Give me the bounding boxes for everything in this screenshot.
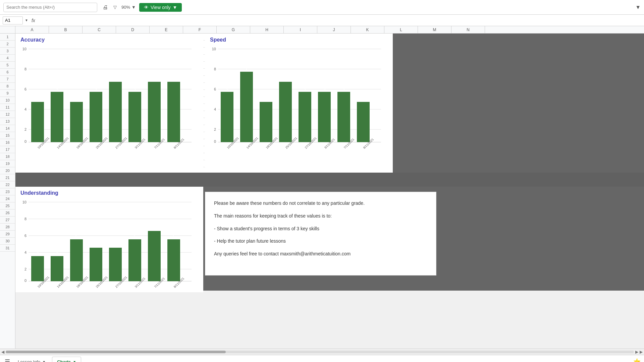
col-header-G[interactable]: G [217,26,250,33]
col-header-H[interactable]: H [250,26,284,33]
row-num-4: 4 [0,55,15,62]
svg-text:4: 4 [214,107,216,111]
tab-lesson-info[interactable]: Lesson Info ▼ [13,357,51,362]
search-input[interactable] [3,3,97,12]
row-num-16: 16 [0,139,15,146]
row-num-20: 20 [0,167,15,174]
formula-input[interactable] [39,16,641,24]
svg-text:4: 4 [75,97,78,101]
row-num-2: 2 [0,41,15,48]
svg-rect-48 [221,92,233,142]
scroll-track[interactable] [6,351,634,353]
understanding-chart: Understanding 10 8 6 4 2 0 [15,187,203,292]
svg-rect-63 [318,92,331,142]
row-num-3: 3 [0,48,15,55]
col-header-F[interactable]: F [183,26,217,33]
svg-text:4: 4 [24,107,26,111]
zoom-dropdown-icon: ▼ [131,5,136,10]
svg-text:3: 3 [56,251,58,255]
svg-rect-54 [260,102,272,142]
col-header-J[interactable]: J [317,26,351,33]
expand-icon[interactable]: ▼ [635,4,641,10]
horizontal-scrollbar[interactable]: ◀ ▶ ▶ [0,349,644,355]
svg-text:5: 5 [95,87,97,91]
svg-text:5: 5 [173,234,175,238]
svg-text:4: 4 [265,97,267,101]
svg-rect-33 [167,82,180,142]
page-right-icon[interactable]: ▶ [640,350,643,354]
column-headers: A B C D E F G H I J K L M N [0,26,644,34]
row-num-22: 22 [0,181,15,188]
zoom-control[interactable]: 90% ▼ [121,5,136,10]
row-num-8: 8 [0,83,15,90]
info-box: Please be aware these numbers do not cor… [205,192,436,276]
svg-text:10: 10 [22,200,26,204]
col-header-A[interactable]: A [15,26,49,33]
svg-rect-99 [128,239,141,281]
info-line3: Any queries feel free to contact maxsmit… [214,250,427,258]
filter-icon: ▽ [113,5,117,10]
svg-text:8: 8 [24,217,26,221]
row-num-10: 10 [0,97,15,104]
svg-text:4: 4 [24,250,26,254]
understanding-chart-area: 10 8 6 4 2 0 [20,199,198,294]
svg-text:6: 6 [284,77,286,81]
row-num-26: 26 [0,209,15,217]
svg-text:2: 2 [24,127,26,131]
svg-text:2: 2 [214,127,216,131]
col-header-L[interactable]: L [384,26,418,33]
svg-rect-15 [51,92,63,142]
row-num-9: 9 [0,90,15,97]
add-sheet-icon[interactable]: ⭐ [633,358,641,362]
tab-charts-label: Charts [57,359,71,362]
tab-lesson-info-dropdown[interactable]: ▼ [42,360,46,362]
view-only-dropdown-icon: ▼ [173,5,177,10]
svg-text:5: 5 [134,87,136,91]
svg-text:6: 6 [24,87,26,91]
svg-rect-69 [357,102,370,142]
fx-icon: fx [30,18,37,23]
cell-reference[interactable]: A1 [3,16,23,24]
accuracy-chart: Accuracy 10 8 6 4 2 0 [15,34,203,173]
col-header-C[interactable]: C [83,26,116,33]
col-header-D[interactable]: D [116,26,150,33]
accuracy-svg: 10 8 6 4 2 0 [20,46,192,153]
tab-charts-dropdown[interactable]: ▼ [73,360,76,362]
col-header-I[interactable]: I [284,26,317,33]
svg-text:5: 5 [304,87,306,91]
cell-ref-dropdown[interactable]: ▼ [25,18,28,22]
scroll-left-icon[interactable]: ◀ [1,350,4,354]
corner-header [0,26,15,33]
cell-ref-value: A1 [5,18,10,23]
formula-bar: A1 ▼ fx [0,15,644,26]
col-header-B[interactable]: B [49,26,83,33]
svg-text:5: 5 [226,87,228,91]
row-num-15: 15 [0,132,15,139]
speed-chart: Speed 10 8 6 4 2 0 [205,34,393,173]
row-num-19: 19 [0,160,15,167]
row-num-12: 12 [0,111,15,118]
view-only-button[interactable]: 👁 View only ▼ [139,3,182,12]
svg-text:8: 8 [24,67,26,71]
col-header-M[interactable]: M [418,26,451,33]
svg-text:0: 0 [214,139,216,143]
row-num-14: 14 [0,125,15,132]
row-num-13: 13 [0,118,15,125]
row-num-17: 17 [0,146,15,153]
tab-charts[interactable]: Charts ▼ [52,357,81,362]
row-num-7: 7 [0,76,15,83]
filter-button[interactable]: ▽ [113,5,118,10]
svg-text:4: 4 [114,243,117,247]
col-header-E[interactable]: E [150,26,183,33]
col-header-N[interactable]: N [451,26,485,33]
svg-rect-51 [240,72,253,142]
svg-rect-66 [337,92,350,142]
col-header-K[interactable]: K [351,26,384,33]
print-icon[interactable]: 🖨 [101,3,110,12]
tab-menu-icon[interactable]: ☰ [3,357,11,362]
scroll-right-icon[interactable]: ▶ [635,350,638,354]
understanding-title: Understanding [20,190,198,196]
row-num-27: 27 [0,217,15,224]
svg-text:6: 6 [153,226,155,230]
svg-text:0: 0 [24,139,26,143]
